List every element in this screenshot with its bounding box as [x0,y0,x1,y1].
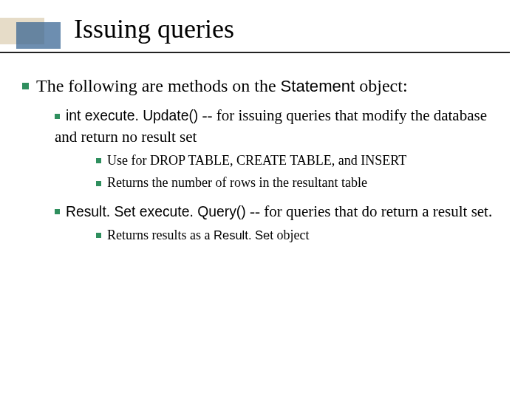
method1-sub2: Returns the number of rows in the result… [107,175,367,190]
method2-sub1-prefix: Returns results as a [107,228,214,242]
title-accent-blue [16,22,61,49]
lvl1-code: Statement [281,77,355,95]
bullet-level3: Use for DROP TABLE, CREATE TABLE, and IN… [96,151,510,169]
square-bullet-icon [96,233,101,238]
method2-sub1-code: Result. Set [214,228,273,242]
square-bullet-icon [55,209,60,214]
slide-title: Issuing queries [74,13,234,44]
method2-sub1-suffix: object [273,228,309,242]
method-group-1: int execute. Update() -- for issuing que… [22,105,510,191]
square-bullet-icon [96,181,101,186]
method1-sub1: Use for DROP TABLE, CREATE TABLE, and IN… [107,153,406,168]
square-bullet-icon [96,158,101,163]
bullet-level3: Returns the number of rows in the result… [96,174,510,191]
bullet-level2: Result. Set execute. Query() -- for quer… [55,201,510,222]
bullet-level1: The following are methods on the Stateme… [22,74,510,98]
square-bullet-icon [22,83,29,89]
method-group-2: Result. Set execute. Query() -- for quer… [22,201,510,245]
lvl1-text-suffix: object: [355,76,407,95]
bullet-level2: int execute. Update() -- for issuing que… [55,105,510,147]
lvl1-text-prefix: The following are methods on the [36,76,281,95]
title-underline [0,52,510,53]
slide: Issuing queries The following are method… [0,0,532,399]
bullet-level3: Returns results as a Result. Set object [96,226,510,244]
method1-code: int execute. Update() [66,108,198,123]
title-bar: Issuing queries [0,12,532,52]
square-bullet-icon [55,114,60,119]
slide-content: The following are methods on the Stateme… [22,74,510,253]
method2-desc: -- for queries that do return a result s… [246,202,493,220]
method2-code: Result. Set execute. Query() [66,204,246,219]
